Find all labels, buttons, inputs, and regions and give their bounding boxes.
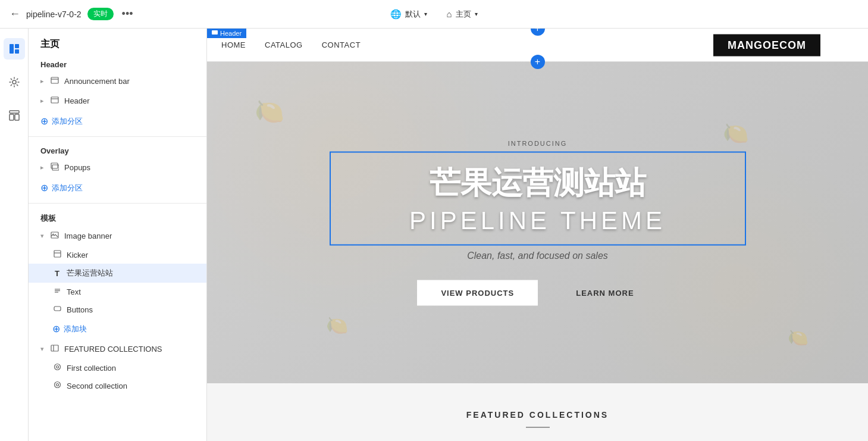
chevron-icon-slider: ▾ xyxy=(40,345,44,353)
chevron-down-icon-2: ▾ xyxy=(475,11,478,17)
nav-contact[interactable]: CONTACT xyxy=(322,40,361,49)
banner-introducing: INTRODUCING xyxy=(330,140,746,147)
chevron-icon-image-banner: ▾ xyxy=(40,232,44,240)
banner-content: INTRODUCING 芒果运营测站站 PIPELINE THEME Clean… xyxy=(330,140,746,306)
sidebar-item-product-slider[interactable]: ▾ FEATURED COLLECTIONS xyxy=(29,339,206,359)
svg-point-24 xyxy=(56,366,58,368)
sidebar-sub-text[interactable]: Text xyxy=(29,283,206,301)
preview-header-container: Header HOME CATALOG CONTACT MANGOECOM + … xyxy=(207,29,868,62)
svg-point-26 xyxy=(56,384,58,386)
svg-rect-2 xyxy=(15,49,19,54)
first-collection-icon xyxy=(52,363,62,373)
first-collection-label: First collection xyxy=(67,364,195,373)
btn-learn-more[interactable]: LEARN MORE xyxy=(552,280,657,306)
section-label-header: Header xyxy=(29,55,206,71)
svg-rect-20 xyxy=(54,306,61,311)
plus-icon-1: ⊕ xyxy=(40,115,48,127)
sidebar-item-image-banner[interactable]: ▾ Image banner xyxy=(29,226,206,246)
slider-icon xyxy=(50,344,59,354)
top-bar-center: 🌐 默认 ▾ ⌂ 主页 ▾ xyxy=(390,9,477,20)
page-selector[interactable]: ⌂ 主页 ▾ xyxy=(446,9,477,20)
featured-divider xyxy=(526,427,550,428)
kicker-icon xyxy=(52,250,62,259)
sidebar-sub-title[interactable]: T 芒果运营站站 xyxy=(29,264,206,283)
nav-home[interactable]: HOME xyxy=(221,40,246,49)
title-text-icon: T xyxy=(52,269,62,278)
canvas-area: Header HOME CATALOG CONTACT MANGOECOM + … xyxy=(207,29,868,441)
sidebar-sub-kicker[interactable]: Kicker xyxy=(29,246,206,264)
popups-label: Popups xyxy=(64,163,195,172)
deco-fruit-2: 🍋 xyxy=(326,315,348,336)
home-icon: ⌂ xyxy=(446,9,452,19)
preview-frame: Header HOME CATALOG CONTACT MANGOECOM + … xyxy=(207,29,868,441)
add-section-btn-bottom[interactable]: + xyxy=(531,55,545,69)
featured-title: FEATURED COLLECTIONS xyxy=(466,410,609,420)
second-collection-label: Second collection xyxy=(67,381,195,390)
section-label-overlay: Overlay xyxy=(29,142,206,158)
popups-icon xyxy=(50,162,59,173)
svg-rect-27 xyxy=(212,30,218,35)
add-section-overlay[interactable]: ⊕ 添加分区 xyxy=(29,177,206,198)
add-block[interactable]: ⊕ 添加块 xyxy=(29,318,206,339)
svg-point-23 xyxy=(54,364,60,370)
svg-rect-5 xyxy=(10,114,14,120)
banner-title-cn: 芒果运营测站站 xyxy=(345,162,731,204)
project-name: pipeline-v7-0-2 xyxy=(26,10,82,19)
product-slider-label: FEATURED COLLECTIONS xyxy=(64,345,195,354)
more-button[interactable]: ••• xyxy=(122,8,133,20)
add-section-header[interactable]: ⊕ 添加分区 xyxy=(29,111,206,132)
banner-selected-box[interactable]: 芒果运营测站站 PIPELINE THEME xyxy=(330,152,746,246)
chevron-icon-popups: ▸ xyxy=(40,164,44,171)
page-label: 主页 xyxy=(456,9,471,20)
locale-label: 默认 xyxy=(405,9,421,20)
header-label: Header xyxy=(64,96,195,105)
banner-title-en: PIPELINE THEME xyxy=(345,207,731,235)
preview-logo: MANGOECOM xyxy=(713,34,820,56)
buttons-label: Buttons xyxy=(67,305,195,314)
svg-rect-15 xyxy=(54,251,61,257)
locale-selector[interactable]: 🌐 默认 ▾ xyxy=(390,9,427,20)
second-collection-icon xyxy=(52,381,62,390)
settings-icon[interactable] xyxy=(4,71,25,93)
svg-rect-4 xyxy=(10,111,19,113)
icon-bar xyxy=(0,29,29,441)
plus-icon-3: ⊕ xyxy=(52,323,60,334)
chevron-down-icon: ▾ xyxy=(424,11,427,17)
sidebar-title: 主页 xyxy=(40,38,59,51)
image-banner-icon xyxy=(50,231,59,241)
banner-buttons: VIEW PRODUCTS LEARN MORE xyxy=(330,280,746,306)
divider-1 xyxy=(29,136,206,137)
nav-catalog[interactable]: CATALOG xyxy=(265,40,303,49)
add-section-header-label: 添加分区 xyxy=(52,116,83,127)
plus-icon-2: ⊕ xyxy=(40,182,48,193)
featured-section: FEATURED COLLECTIONS xyxy=(207,383,868,441)
btn-view-products[interactable]: VIEW PRODUCTS xyxy=(417,280,538,306)
add-block-label: 添加块 xyxy=(64,324,87,334)
svg-rect-6 xyxy=(15,114,19,120)
sidebar-sub-second-collection[interactable]: Second collection xyxy=(29,377,206,395)
sidebar-item-popups[interactable]: ▸ Popups xyxy=(29,158,206,177)
header-section-badge: Header xyxy=(207,29,246,38)
sidebar-pages-icon[interactable] xyxy=(4,38,25,60)
header-icon xyxy=(50,96,59,106)
back-button[interactable]: ← xyxy=(10,8,20,20)
layout-icon[interactable] xyxy=(4,105,25,126)
main-layout: 主页 Header ▸ Announcement bar ▸ Header ⊕ … xyxy=(0,29,868,441)
buttons-icon xyxy=(52,305,62,314)
svg-rect-0 xyxy=(10,44,14,54)
svg-rect-1 xyxy=(15,44,19,48)
text-icon xyxy=(52,287,62,296)
sidebar: 主页 Header ▸ Announcement bar ▸ Header ⊕ … xyxy=(29,29,207,441)
sidebar-sub-first-collection[interactable]: First collection xyxy=(29,359,206,377)
sidebar-item-announcement[interactable]: ▸ Announcement bar xyxy=(29,71,206,91)
top-bar: ← pipeline-v7-0-2 实时 ••• 🌐 默认 ▾ ⌂ 主页 ▾ xyxy=(0,0,868,29)
sidebar-sub-buttons[interactable]: Buttons xyxy=(29,301,206,318)
chevron-icon-announcement: ▸ xyxy=(40,77,44,85)
banner-section: 🍋 🍋 🍋 🍋 INTRODUCING 芒果运营测站站 PIPELINE THE… xyxy=(207,62,868,383)
announcement-icon xyxy=(50,76,59,86)
announcement-label: Announcement bar xyxy=(64,77,195,86)
image-banner-label: Image banner xyxy=(64,232,195,240)
add-section-overlay-label: 添加分区 xyxy=(52,183,83,193)
sidebar-item-header[interactable]: ▸ Header xyxy=(29,91,206,111)
text-label: Text xyxy=(67,287,195,296)
